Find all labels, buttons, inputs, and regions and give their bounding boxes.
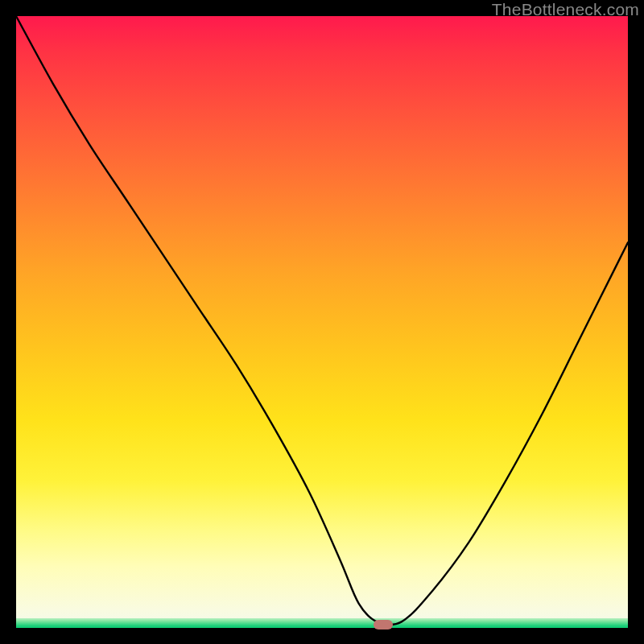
chart-frame: TheBottleneck.com — [0, 0, 644, 644]
optimal-marker — [374, 620, 393, 630]
bottleneck-curve — [16, 16, 628, 628]
plot-area — [16, 16, 628, 628]
